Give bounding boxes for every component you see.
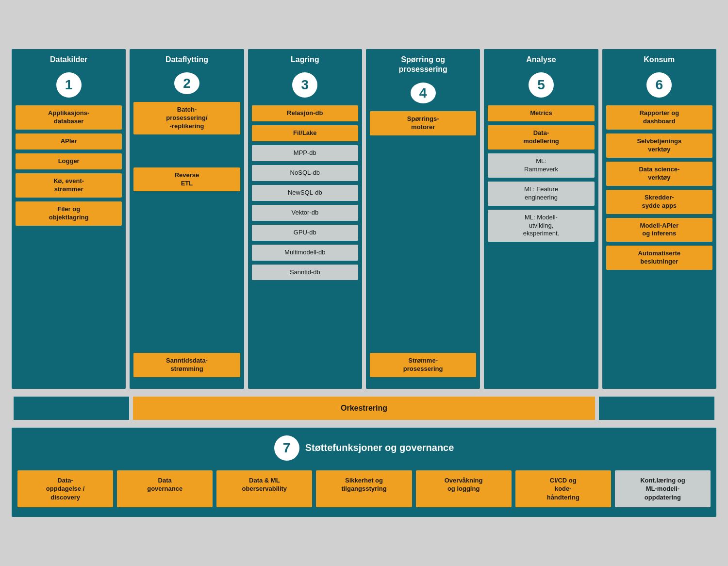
list-item: Data-modellering bbox=[488, 125, 594, 150]
col1-items: Applikasjons-databaser APIer Logger Kø, … bbox=[16, 105, 122, 229]
list-item: Selvbetjeningsverktøy bbox=[606, 133, 712, 158]
list-item: Overvåkningog logging bbox=[416, 470, 512, 508]
orkestrering-label: Orkestrering bbox=[341, 404, 387, 413]
list-item: ReverseETL bbox=[133, 167, 240, 192]
col3-items: Relasjon-db Fil/Lake MPP-db NoSQL-db New… bbox=[252, 105, 358, 284]
list-item: Skredder-sydde apps bbox=[606, 190, 712, 214]
list-item: CI/CD ogkode-håndtering bbox=[515, 470, 611, 508]
list-item: NewSQL-db bbox=[252, 185, 358, 201]
bottom-items: Data-oppdagelse /discovery Datagovernanc… bbox=[17, 470, 711, 508]
list-item: Sanntidsdata-strømming bbox=[133, 353, 240, 377]
list-item: Logger bbox=[16, 153, 122, 169]
list-item: ML:Rammeverk bbox=[488, 153, 594, 178]
col1-header: Datakilder bbox=[50, 55, 87, 65]
orkestrering-row: Orkestrering bbox=[12, 397, 716, 420]
list-item: Kø, event-strømmer bbox=[16, 173, 122, 198]
list-item: GPU-db bbox=[252, 225, 358, 241]
list-item: NoSQL-db bbox=[252, 165, 358, 181]
list-item: MPP-db bbox=[252, 145, 358, 161]
column-lagring: Lagring 3 Relasjon-db Fil/Lake MPP-db No… bbox=[248, 49, 362, 389]
column-analyse: Analyse 5 Metrics Data-modellering ML:Ra… bbox=[484, 49, 598, 389]
bottom-section: 7 Støttefunksjoner og governance Data-op… bbox=[12, 428, 716, 517]
list-item: Datagovernance bbox=[117, 470, 213, 508]
list-item: Spørrings-motorer bbox=[370, 111, 476, 135]
list-item: Fil/Lake bbox=[252, 125, 358, 141]
list-item: Sikkerhet ogtilgangsstyring bbox=[316, 470, 412, 508]
list-item: Batch-prosessering/-replikering bbox=[133, 102, 240, 134]
list-item: Kont.læring ogML-modell-oppdatering bbox=[615, 470, 711, 508]
list-item: ML: Featureengineering bbox=[488, 182, 594, 206]
diagram-wrapper: Datakilder 1 Applikasjons-databaser APIe… bbox=[10, 49, 718, 517]
col3-number: 3 bbox=[292, 72, 317, 98]
col6-items: Rapporter ogdashboard Selvbetjeningsverk… bbox=[606, 105, 712, 274]
col1-number: 1 bbox=[56, 72, 82, 98]
column-dataflytting: Dataflytting 2 Batch-prosessering/-repli… bbox=[130, 49, 244, 389]
list-item: Sanntid-db bbox=[252, 265, 358, 281]
col4-number: 4 bbox=[411, 83, 436, 103]
list-item: Strømme-prosessering bbox=[370, 353, 476, 377]
orkestrering-bar: Orkestrering bbox=[133, 397, 595, 420]
top-section: Datakilder 1 Applikasjons-databaser APIe… bbox=[10, 49, 718, 389]
list-item: Vektor-db bbox=[252, 205, 358, 221]
list-item: Data science-verktøy bbox=[606, 162, 712, 186]
list-item: Applikasjons-databaser bbox=[16, 105, 122, 130]
bottom-number: 7 bbox=[274, 435, 299, 461]
col5-number: 5 bbox=[529, 72, 554, 98]
list-item: Data & MLoberservability bbox=[216, 470, 312, 508]
list-item: Multimodell-db bbox=[252, 245, 358, 261]
list-item: Modell-APIerog inferens bbox=[606, 218, 712, 242]
list-item: Rapporter ogdashboard bbox=[606, 105, 712, 130]
bottom-header: 7 Støttefunksjoner og governance bbox=[17, 435, 711, 461]
column-sporring: Spørring ogprosessering 4 Spørrings-moto… bbox=[366, 49, 480, 389]
col5-items: Metrics Data-modellering ML:Rammeverk ML… bbox=[488, 105, 594, 246]
column-datakilder: Datakilder 1 Applikasjons-databaser APIe… bbox=[12, 49, 126, 389]
list-item: Filer ogobjektlagring bbox=[16, 201, 122, 226]
col6-number: 6 bbox=[646, 72, 672, 98]
list-item: Data-oppdagelse /discovery bbox=[17, 470, 113, 508]
list-item: APIer bbox=[16, 133, 122, 150]
list-item: Automatisertebeslutninger bbox=[606, 246, 712, 270]
col4-items: Spørrings-motorer Strømme-prosessering bbox=[370, 111, 476, 381]
bottom-title: Støttefunksjoner og governance bbox=[305, 442, 454, 453]
col6-header: Konsum bbox=[644, 55, 675, 65]
col2-items: Batch-prosessering/-replikering ReverseE… bbox=[133, 102, 240, 381]
analyse-metrics: Metrics bbox=[488, 105, 594, 121]
col3-header: Lagring bbox=[291, 55, 319, 65]
col2-number: 2 bbox=[174, 72, 199, 94]
col2-header: Dataflytting bbox=[165, 55, 208, 65]
col4-header: Spørring ogprosessering bbox=[398, 55, 447, 75]
col5-header: Analyse bbox=[526, 55, 556, 65]
list-item: ML: Modell-utvikling,eksperiment. bbox=[488, 210, 594, 242]
list-item: Relasjon-db bbox=[252, 105, 358, 121]
column-konsum: Konsum 6 Rapporter ogdashboard Selvbetje… bbox=[602, 49, 716, 389]
